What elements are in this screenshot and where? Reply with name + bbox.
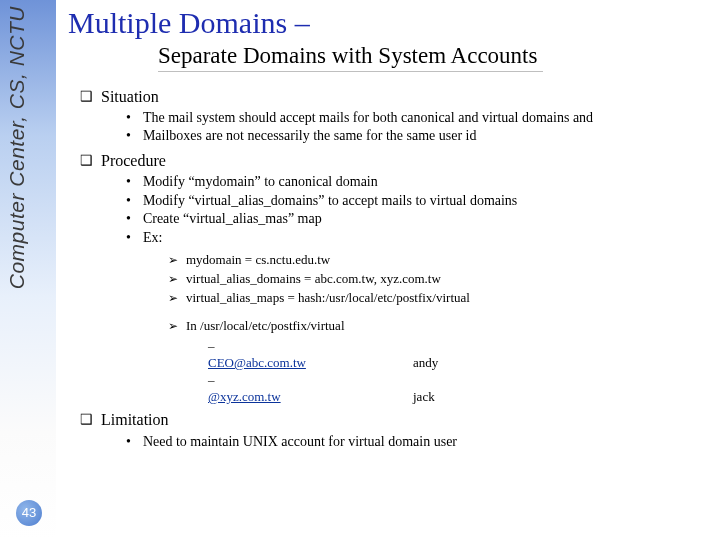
- list-item: mydomain = cs.nctu.edu.tw: [168, 251, 710, 269]
- section-heading-procedure: Procedure: [80, 150, 710, 171]
- institution-text: Computer Center, CS, NCTU: [5, 6, 28, 289]
- limitation-list: Need to maintain UNIX account for virtua…: [126, 433, 710, 451]
- section-heading-situation: Situation: [80, 86, 710, 107]
- mapping-user: jack: [413, 388, 435, 405]
- list-item: Modify “mydomain” to canonical domain: [126, 173, 710, 191]
- list-item: @xyz.com.tw jack: [208, 371, 710, 405]
- situation-list: The mail system should accept mails for …: [126, 109, 710, 146]
- left-gradient-bar: Computer Center, CS, NCTU 43: [0, 0, 56, 540]
- example-file-list: In /usr/local/etc/postfix/virtual: [168, 317, 710, 335]
- procedure-list: Modify “mydomain” to canonical domain Mo…: [126, 173, 710, 247]
- virtual-mapping-list: CEO@abc.com.tw andy @xyz.com.tw jack: [208, 337, 710, 406]
- list-item: Mailboxes are not necessarily the same f…: [126, 127, 710, 145]
- list-item: virtual_alias_maps = hash:/usr/local/etc…: [168, 289, 710, 307]
- mapping-user: andy: [413, 354, 438, 371]
- list-item: In /usr/local/etc/postfix/virtual: [168, 317, 710, 335]
- list-item: CEO@abc.com.tw andy: [208, 337, 710, 371]
- list-item: Need to maintain UNIX account for virtua…: [126, 433, 710, 451]
- list-item: The mail system should accept mails for …: [126, 109, 710, 127]
- content-area: Multiple Domains – Separate Domains with…: [68, 6, 710, 455]
- slide-body: Situation The mail system should accept …: [68, 86, 710, 452]
- list-item: Modify “virtual_alias_domains” to accept…: [126, 192, 710, 210]
- email-link[interactable]: CEO@abc.com.tw: [208, 355, 306, 370]
- section-heading-limitation: Limitation: [80, 409, 710, 430]
- slide-subtitle: Separate Domains with System Accounts: [158, 43, 543, 72]
- list-item: Ex:: [126, 229, 710, 247]
- example-settings-list: mydomain = cs.nctu.edu.tw virtual_alias_…: [168, 251, 710, 306]
- list-item: Create “virtual_alias_mas” map: [126, 210, 710, 228]
- email-link[interactable]: @xyz.com.tw: [208, 389, 281, 404]
- list-item: virtual_alias_domains = abc.com.tw, xyz.…: [168, 270, 710, 288]
- slide-title: Multiple Domains –: [68, 6, 710, 41]
- page-number-badge: 43: [16, 500, 42, 526]
- slide: Computer Center, CS, NCTU 43 Multiple Do…: [0, 0, 720, 540]
